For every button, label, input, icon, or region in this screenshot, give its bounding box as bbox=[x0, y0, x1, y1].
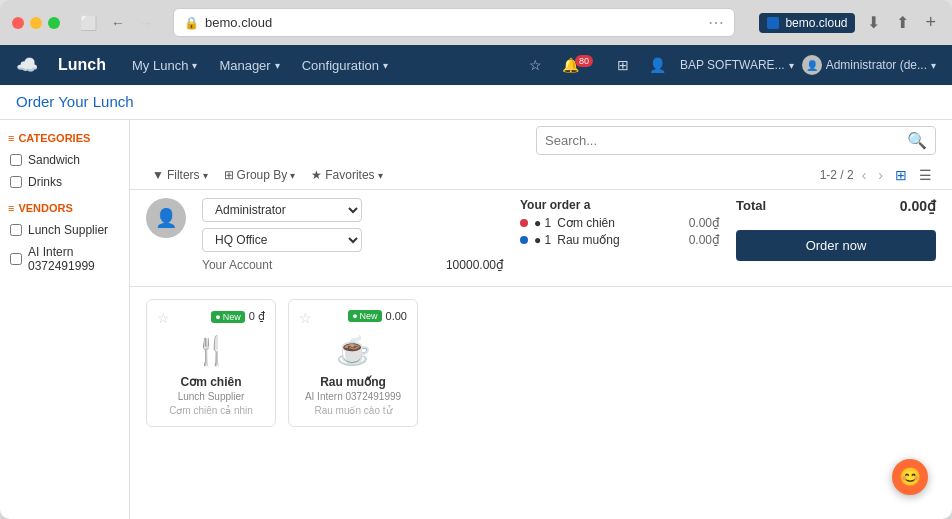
browser-controls: ⬜ ← → bbox=[76, 13, 157, 33]
sidebar-item-drinks[interactable]: Drinks bbox=[8, 172, 121, 192]
order-item-name-0: Cơm chiên bbox=[557, 216, 615, 230]
product-card-rau-muong[interactable]: ☆ ● New 0.00 ☕ Rau muống AI Intern bbox=[288, 299, 418, 427]
account-value: 10000.00₫ bbox=[446, 258, 504, 272]
order-item-price-0: 0.00₫ bbox=[689, 216, 720, 230]
product-icon-0: 🍴 bbox=[157, 334, 265, 367]
page-title: Order Your Lunch bbox=[16, 93, 134, 110]
vendors-section-title: ≡ VENDORS bbox=[8, 202, 121, 214]
browser-frame: ⬜ ← → 🔒 bemo.cloud ⋯ bemo.cloud ⬇ ⬆ + ☁️… bbox=[0, 0, 952, 519]
share-button[interactable]: ⬆ bbox=[892, 11, 913, 34]
close-button[interactable] bbox=[12, 17, 24, 29]
forward-button[interactable]: → bbox=[135, 13, 157, 33]
product-price-1: 0.00 bbox=[386, 310, 407, 322]
user-select[interactable]: Administrator bbox=[202, 198, 362, 222]
browser-right: bemo.cloud ⬇ ⬆ + bbox=[759, 10, 940, 35]
company-selector[interactable]: BAP SOFTWARE... ▾ bbox=[680, 58, 794, 72]
filters-button[interactable]: ▼ Filters ▾ bbox=[146, 165, 214, 185]
product-name-1: Rau muống bbox=[299, 375, 407, 389]
product-star-0[interactable]: ☆ bbox=[157, 310, 170, 326]
order-item-price-1: 0.00₫ bbox=[689, 233, 720, 247]
product-vendor-0: Lunch Supplier bbox=[157, 391, 265, 402]
product-badge-1: ● New bbox=[348, 310, 381, 322]
sidebar-item-lunch-supplier[interactable]: Lunch Supplier bbox=[8, 220, 121, 240]
order-item-name-1: Rau muống bbox=[557, 233, 619, 247]
app-logo-icon: ☁️ bbox=[16, 54, 38, 76]
minimize-button[interactable] bbox=[30, 17, 42, 29]
pagination-info: 1-2 / 2 bbox=[820, 168, 854, 182]
notification-button[interactable]: 🔔80 bbox=[556, 53, 603, 77]
group-by-button[interactable]: ⊞ Group By ▾ bbox=[218, 165, 302, 185]
order-item-dot-1 bbox=[520, 236, 528, 244]
address-bar[interactable]: 🔒 bemo.cloud ⋯ bbox=[173, 8, 735, 37]
product-star-1[interactable]: ☆ bbox=[299, 310, 312, 326]
sidebar-item-ai-intern[interactable]: AI Intern 0372491999 bbox=[8, 242, 121, 276]
sandwich-checkbox[interactable] bbox=[10, 154, 22, 166]
configuration-chevron: ▾ bbox=[383, 60, 388, 71]
search-bar[interactable]: 🔍 bbox=[536, 126, 936, 155]
total-amount: 0.00₫ bbox=[900, 198, 936, 214]
prev-page-button[interactable]: ‹ bbox=[858, 165, 871, 185]
user-avatar-small: 👤 bbox=[802, 55, 822, 75]
product-badge-0: ● New bbox=[211, 311, 244, 323]
product-icon-1: ☕ bbox=[299, 334, 407, 367]
nav-my-lunch[interactable]: My Lunch ▾ bbox=[122, 52, 207, 79]
sidebar-toggle-button[interactable]: ⬜ bbox=[76, 13, 101, 33]
order-summary-title: Your order a bbox=[520, 198, 720, 212]
main-content: ≡ CATEGORIES Sandwich Drinks ≡ VENDORS bbox=[0, 120, 952, 519]
product-card-com-chien[interactable]: ☆ ● New 0 ₫ 🍴 Cơm chiên Lunch Supp bbox=[146, 299, 276, 427]
next-page-button[interactable]: › bbox=[874, 165, 887, 185]
search-input[interactable] bbox=[545, 133, 903, 148]
favorites-star-icon: ★ bbox=[311, 168, 322, 182]
top-nav: ☁️ Lunch My Lunch ▾ Manager ▾ Configurat… bbox=[0, 45, 952, 85]
notification-badge: 80 bbox=[575, 55, 593, 67]
order-panel: 👤 Administrator HQ Office bbox=[130, 190, 952, 287]
more-options-icon[interactable]: ⋯ bbox=[708, 13, 724, 32]
user-selector[interactable]: 👤 Administrator (de... ▾ bbox=[802, 55, 936, 75]
new-tab-button[interactable]: + bbox=[921, 10, 940, 35]
vendors-icon: ≡ bbox=[8, 202, 14, 214]
nav-manager[interactable]: Manager ▾ bbox=[209, 52, 289, 79]
product-grid: ☆ ● New 0 ₫ 🍴 Cơm chiên Lunch Supp bbox=[130, 287, 952, 439]
search-icon: 🔍 bbox=[907, 131, 927, 150]
nav-configuration[interactable]: Configuration ▾ bbox=[292, 52, 398, 79]
product-vendor-1: AI Intern 0372491999 bbox=[299, 391, 407, 402]
support-button[interactable]: 😊 bbox=[892, 459, 928, 495]
account-label: Your Account bbox=[202, 258, 272, 272]
favorites-button[interactable]: ★ Favorites ▾ bbox=[305, 165, 388, 185]
sidebar-item-sandwich[interactable]: Sandwich bbox=[8, 150, 121, 170]
group-by-chevron: ▾ bbox=[290, 170, 295, 181]
order-item-1: ● 1 Rau muống 0.00₫ bbox=[520, 233, 720, 247]
order-item-dot-0 bbox=[520, 219, 528, 227]
traffic-lights bbox=[12, 17, 60, 29]
lunch-supplier-checkbox[interactable] bbox=[10, 224, 22, 236]
ai-intern-checkbox[interactable] bbox=[10, 253, 22, 265]
nav-menu: My Lunch ▾ Manager ▾ Configuration ▾ bbox=[122, 52, 507, 79]
grid-view-button[interactable]: ⊞ bbox=[891, 165, 911, 185]
total-label: Total bbox=[736, 198, 766, 214]
favorites-chevron: ▾ bbox=[378, 170, 383, 181]
maximize-button[interactable] bbox=[48, 17, 60, 29]
product-desc-1: Rau muốn cào tử bbox=[299, 405, 407, 416]
drinks-checkbox[interactable] bbox=[10, 176, 22, 188]
order-item-0: ● 1 Cơm chiên 0.00₫ bbox=[520, 216, 720, 230]
grid-nav-button[interactable]: ⊞ bbox=[611, 53, 635, 77]
sidebar: ≡ CATEGORIES Sandwich Drinks ≡ VENDORS bbox=[0, 120, 130, 519]
user-chevron: ▾ bbox=[931, 60, 936, 71]
product-desc-0: Cơm chiên cả nhin bbox=[157, 405, 265, 416]
app-container: ☁️ Lunch My Lunch ▾ Manager ▾ Configurat… bbox=[0, 45, 952, 519]
list-view-button[interactable]: ☰ bbox=[915, 165, 936, 185]
content-area: 🔍 ▼ Filters ▾ ⊞ Group By ▾ bbox=[130, 120, 952, 519]
order-now-button[interactable]: Order now bbox=[736, 230, 936, 261]
total-panel: Total 0.00₫ Order now bbox=[736, 198, 936, 278]
star-nav-button[interactable]: ☆ bbox=[523, 53, 548, 77]
back-button[interactable]: ← bbox=[107, 13, 129, 33]
new-badge-icon-1: ● bbox=[352, 311, 357, 321]
url-text: bemo.cloud bbox=[205, 15, 702, 30]
categories-icon: ≡ bbox=[8, 132, 14, 144]
tab-title: bemo.cloud bbox=[785, 16, 847, 30]
location-select[interactable]: HQ Office bbox=[202, 228, 362, 252]
support-icon: 😊 bbox=[899, 466, 921, 488]
categories-section-title: ≡ CATEGORIES bbox=[8, 132, 121, 144]
download-button[interactable]: ⬇ bbox=[863, 11, 884, 34]
user-nav-icon[interactable]: 👤 bbox=[643, 53, 672, 77]
